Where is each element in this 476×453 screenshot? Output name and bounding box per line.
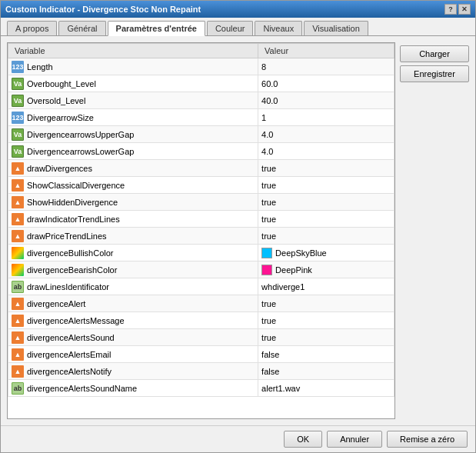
variable-value: 60.0 [261,79,278,88]
table-row[interactable]: divergenceBearishColorDeepPink [8,261,394,278]
variable-name: ShowClassicalDivergence [27,181,125,190]
table-row[interactable]: ▲drawPriceTrendLinestrue [8,228,394,245]
variable-value: true [261,164,276,173]
table-row[interactable]: 123DivergearrowSize1 [8,109,394,126]
parameters-table: Variable Valeur 123Length8VaOverbought_L… [8,43,394,397]
table-row[interactable]: divergenceBullishColorDeepSkyBlue [8,245,394,261]
color-swatch [261,265,272,275]
table-row[interactable]: VaDivergencearrowsLowerGap4.0 [8,143,394,160]
variable-value: 4.0 [261,147,273,156]
color-icon [12,247,24,259]
ok-button[interactable]: OK [284,431,322,448]
close-button[interactable]: ✕ [458,4,471,15]
table-row[interactable]: VaOversold_Level40.0 [8,92,394,109]
variable-name: divergenceAlertsSoundName [27,384,137,393]
table-row[interactable]: ▲drawIndicatorTrendLinestrue [8,211,394,228]
table-row[interactable]: ▲ShowClassicalDivergencetrue [8,177,394,194]
variable-name: drawIndicatorTrendLines [27,215,120,224]
tab-bar: A propos Général Paramètres d'entrée Cou… [1,18,475,36]
variable-name: drawPriceTrendLines [27,231,107,241]
main-window: Custom Indicator - Divergence Stoc Non R… [0,0,476,453]
table-row[interactable]: ▲divergenceAlertsSoundtrue [8,329,394,346]
int-icon: 123 [12,61,24,73]
enregistrer-button[interactable]: Enregistrer [400,65,469,82]
title-bar: Custom Indicator - Divergence Stoc Non R… [1,1,475,18]
variable-name: divergenceAlert [27,299,85,308]
variable-name: divergenceBullishColor [27,248,114,258]
bool-icon: ▲ [12,365,24,378]
variable-value: whdiverge1 [261,282,305,291]
bool-icon: ▲ [12,315,24,327]
variable-name: divergenceAlertsNotify [27,367,112,376]
color-swatch [261,248,272,258]
table-row[interactable]: ▲divergenceAlertsEmailfalse [8,346,394,363]
val-icon: Va [12,145,24,158]
remise-button[interactable]: Remise a zéro [387,431,468,448]
window-title: Custom Indicator - Divergence Stoc Non R… [5,5,201,14]
tab-niveaux[interactable]: Niveaux [255,21,302,35]
table-row[interactable]: ▲ShowHiddenDivergencetrue [8,194,394,211]
tab-apropos[interactable]: A propos [7,21,57,35]
bool-icon: ▲ [12,162,24,175]
variable-value: alert1.wav [261,384,300,393]
variable-name: DivergencearrowsLowerGap [27,147,134,156]
bool-icon: ▲ [12,298,24,310]
bool-icon: ▲ [12,213,24,225]
bool-icon: ▲ [12,348,24,361]
title-bar-buttons: ? ✕ [444,4,471,15]
side-buttons: Charger Enregistrer [400,42,469,419]
col-variable: Variable [8,44,258,58]
variable-name: Length [27,62,53,72]
variable-name: ShowHiddenDivergence [27,198,118,207]
tab-couleur[interactable]: Couleur [207,21,254,35]
table-row[interactable]: abdrawLinesIdentificatorwhdiverge1 [8,278,394,295]
variable-name: DivergearrowSize [27,113,94,122]
variable-value: true [261,198,276,207]
variable-value: false [261,367,279,376]
table-row[interactable]: ▲divergenceAlertsNotifyfalse [8,363,394,380]
variable-name: divergenceAlertsSound [27,333,115,342]
tab-parametres[interactable]: Paramètres d'entrée [108,21,205,36]
help-button[interactable]: ? [444,4,457,15]
table-row[interactable]: ▲divergenceAlerttrue [8,295,394,312]
parameters-table-container: Variable Valeur 123Length8VaOverbought_L… [7,42,395,419]
table-row[interactable]: abdivergenceAlertsSoundNamealert1.wav [8,380,394,397]
table-row[interactable]: ▲divergenceAlertsMessagetrue [8,312,394,329]
charger-button[interactable]: Charger [400,45,469,62]
variable-value: true [261,299,276,308]
tab-general[interactable]: Général [58,21,105,35]
variable-value: true [261,231,276,241]
variable-value: true [261,333,276,342]
color-icon [12,264,24,276]
variable-name: drawDivergences [27,164,92,173]
table-row[interactable]: VaDivergencearrowsUpperGap4.0 [8,126,394,143]
variable-value: 40.0 [261,96,278,105]
col-valeur: Valeur [258,44,394,58]
bool-icon: ▲ [12,179,24,192]
content-area: Variable Valeur 123Length8VaOverbought_L… [1,36,475,425]
variable-value: DeepPink [275,265,312,275]
variable-value: 4.0 [261,130,273,139]
variable-value: true [261,316,276,325]
table-row[interactable]: 123Length8 [8,58,394,75]
variable-name: Oversold_Level [27,96,85,105]
bottom-bar: OK Annuler Remise a zéro [1,425,475,452]
variable-name: Overbought_Level [27,79,96,88]
variable-name: divergenceBearishColor [27,265,117,275]
val-icon: Va [12,128,24,141]
variable-name: DivergencearrowsUpperGap [27,130,134,139]
annuler-button[interactable]: Annuler [327,431,382,448]
variable-name: drawLinesIdentificator [27,282,109,291]
tab-visualisation[interactable]: Visualisation [304,21,368,35]
variable-value: 8 [261,62,266,72]
variable-value: DeepSkyBlue [275,248,327,258]
bool-icon: ▲ [12,196,24,208]
table-row[interactable]: ▲drawDivergencestrue [8,160,394,177]
int-icon: 123 [12,112,24,124]
variable-value: false [261,350,279,359]
bool-icon: ▲ [12,331,24,344]
str-icon: ab [12,382,24,395]
table-row[interactable]: VaOverbought_Level60.0 [8,75,394,92]
variable-value: true [261,215,276,224]
variable-value: 1 [261,113,266,122]
